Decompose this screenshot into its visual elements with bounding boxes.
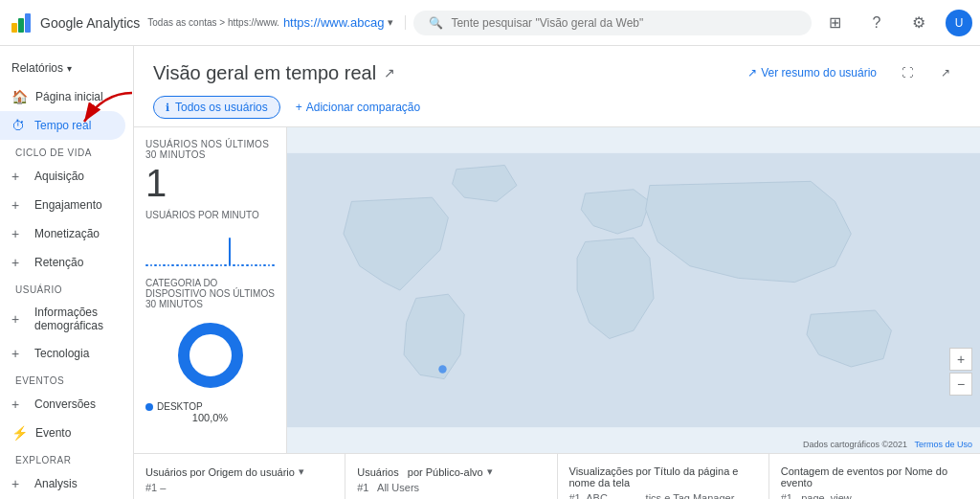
top-icons: ⊞ ? ⚙ U: [819, 8, 972, 38]
sidebar-label-tempo-real: Tempo real: [34, 119, 91, 132]
bar-6: [167, 264, 170, 266]
header-actions: ⛶ ↗: [892, 57, 961, 88]
sidebar-item-analysis[interactable]: + Analysis: [0, 469, 125, 498]
search-icon: 🔍: [429, 16, 443, 30]
users-per-minute-label: USUÁRIOS POR MINUTO: [145, 210, 275, 220]
view-summary-label: Ver resumo do usuário: [761, 66, 877, 79]
sidebar-label-monetizacao: Monetização: [34, 227, 100, 240]
help-icon[interactable]: ?: [861, 8, 892, 38]
bar-21: [233, 264, 235, 266]
bar-23: [241, 264, 244, 266]
card-publico-number: 1: [357, 495, 545, 499]
sidebar-item-conversoes[interactable]: + Conversões: [0, 390, 125, 419]
filter-info-icon: ℹ: [166, 102, 169, 114]
bar-9: [181, 264, 184, 266]
bar-7: [171, 264, 174, 266]
section-ciclo: Ciclo de vida: [0, 140, 133, 162]
map-terms-link[interactable]: Termos de Uso: [914, 440, 972, 449]
card-publico-title-text: Usuários por Público-alvo: [357, 466, 482, 478]
donut-legend: DESKTOP: [145, 401, 275, 412]
sidebar-item-retencao[interactable]: + Retenção: [0, 248, 125, 277]
desktop-pct: 100,0%: [145, 412, 275, 423]
sidebar-item-aquisicao[interactable]: + Aquisição: [0, 162, 125, 191]
bar-2: [150, 264, 153, 266]
sidebar-item-engajamento[interactable]: + Engajamento: [0, 191, 125, 219]
reports-dropdown-icon: ▾: [67, 63, 72, 74]
main-content: Visão geral em tempo real ↗ ↗ Ver resumo…: [134, 46, 980, 499]
evento-icon: ⚡: [11, 425, 28, 441]
zoom-in-button[interactable]: +: [949, 348, 972, 371]
card-visualizacoes-title: Visualizações por Título da página e nom…: [569, 465, 757, 488]
sidebar-item-monetizacao[interactable]: + Monetização: [0, 219, 125, 248]
bar-25: [251, 264, 254, 266]
sidebar-label-demograficas: Informações demográficas: [34, 306, 114, 332]
device-category-label: CATEGORIA DO DISPOSITIVO NOS ÚLTIMOS 30 …: [145, 278, 275, 309]
section-usuario: Usuário: [0, 277, 133, 299]
bar-1: [145, 264, 148, 266]
bar-26: [255, 264, 257, 266]
card-origem-title: Usuários por Origem do usuário ▾: [145, 465, 333, 478]
reports-label: Relatórios: [11, 61, 63, 75]
view-summary-button[interactable]: ↗ Ver resumo do usuário: [747, 66, 877, 79]
bar-17: [215, 264, 218, 266]
sidebar-label-conversoes: Conversões: [34, 397, 96, 411]
page-header: Visão geral em tempo real ↗ ↗ Ver resumo…: [134, 46, 980, 127]
property-url[interactable]: https://www.abcag: [283, 15, 385, 30]
page-title-row: Visão geral em tempo real ↗ ↗ Ver resumo…: [153, 57, 961, 88]
bar-28: [263, 264, 266, 266]
bar-30: [272, 264, 275, 266]
device-donut-chart: [145, 317, 275, 394]
settings-icon[interactable]: ⚙: [903, 8, 934, 38]
users-per-minute-chart: [145, 228, 275, 266]
sidebar-item-tempo-real[interactable]: ⏱ Tempo real: [0, 111, 125, 140]
bar-27: [259, 264, 262, 266]
tecnologia-icon: +: [11, 346, 27, 361]
card-origem: Usuários por Origem do usuário ▾ #1 – 0 …: [134, 454, 345, 499]
sidebar-item-demograficas[interactable]: + Informações demográficas: [0, 299, 125, 339]
search-bar[interactable]: 🔍: [413, 11, 812, 35]
sidebar-label-aquisicao: Aquisição: [34, 170, 84, 183]
card-origem-dropdown-icon[interactable]: ▾: [299, 465, 304, 478]
svg-point-6: [438, 365, 446, 373]
sidebar-reports[interactable]: Relatórios ▾: [0, 54, 133, 82]
aquisicao-icon: +: [11, 169, 27, 184]
share-icon[interactable]: ↗: [384, 65, 395, 80]
bar-29: [268, 264, 271, 266]
bar-19: [224, 264, 227, 266]
conversoes-icon: +: [11, 397, 27, 412]
sidebar-item-evento[interactable]: ⚡ Evento: [0, 419, 125, 447]
card-publico-dropdown-icon[interactable]: ▾: [487, 465, 493, 478]
filter-chip-label: Todos os usuários: [175, 101, 268, 114]
property-dropdown-icon[interactable]: ▾: [388, 16, 393, 29]
map-copyright: Dados cartográficos ©2021: [803, 440, 907, 449]
realtime-left-panel: USUÁRIOS NOS ÚLTIMOS 30 MINUTOS 1 USUÁRI…: [134, 127, 287, 453]
svg-point-4: [184, 329, 237, 382]
add-comparison-button[interactable]: + Adicionar comparação: [288, 97, 428, 118]
sidebar: Relatórios ▾ 🏠 Página inicial ⏱ Tempo re…: [0, 46, 134, 499]
zoom-out-button[interactable]: −: [949, 373, 972, 396]
sidebar-label-evento: Evento: [35, 426, 71, 440]
apps-icon[interactable]: ⊞: [819, 8, 850, 38]
card-publico-rank: #1 All Users: [357, 482, 545, 493]
bar-10: [185, 264, 188, 266]
sidebar-label-tecnologia: Tecnologia: [34, 347, 89, 360]
filter-chip-all-users[interactable]: ℹ Todos os usuários: [153, 96, 280, 119]
map-footer: Dados cartográficos ©2021 Termos de Uso: [803, 440, 972, 449]
breadcrumb: Todas as contas > https://www.: [147, 17, 279, 28]
engajamento-icon: +: [11, 197, 27, 213]
sidebar-item-tecnologia[interactable]: + Tecnologia: [0, 339, 125, 368]
avatar[interactable]: U: [946, 10, 972, 36]
section-explorar: Explorar: [0, 447, 133, 469]
search-input[interactable]: [451, 16, 796, 30]
clock-icon: ⏱: [11, 118, 27, 133]
app-body: Relatórios ▾ 🏠 Página inicial ⏱ Tempo re…: [0, 46, 980, 499]
account-nav: Todas as contas > https://www. https://w…: [147, 15, 406, 30]
logo-area: Google Analytics: [8, 10, 140, 36]
sidebar-label-inicio: Página inicial: [35, 90, 103, 103]
sidebar-item-inicio[interactable]: 🏠 Página inicial: [0, 82, 125, 111]
bar-22: [237, 264, 240, 266]
card-publico-title: Usuários por Público-alvo ▾: [357, 465, 545, 478]
share-page-icon[interactable]: ↗: [930, 57, 961, 88]
expand-icon[interactable]: ⛶: [892, 57, 923, 88]
world-map-svg: [287, 127, 980, 453]
